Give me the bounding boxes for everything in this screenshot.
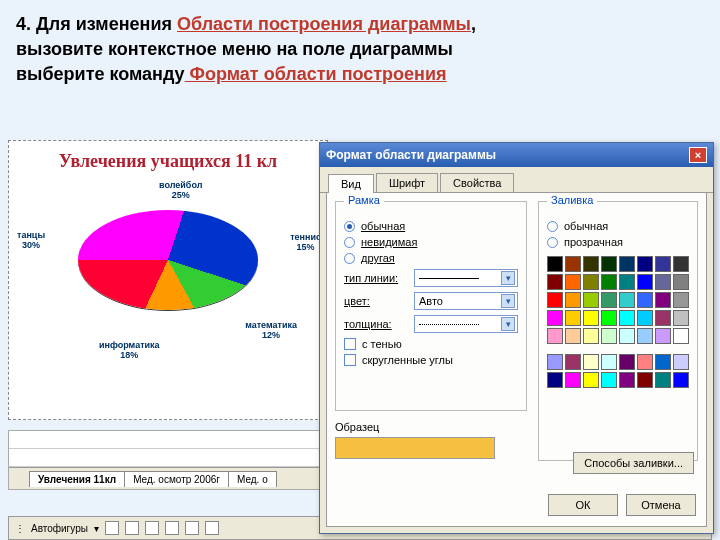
label-dance: танцы30% xyxy=(17,231,45,251)
color-palette-extra xyxy=(547,354,689,388)
color-swatch[interactable] xyxy=(601,372,617,388)
ok-button[interactable]: ОК xyxy=(548,494,618,516)
color-swatch[interactable] xyxy=(565,328,581,344)
arrow-icon[interactable] xyxy=(125,521,139,535)
label-math: математика12% xyxy=(245,321,297,341)
color-swatch[interactable] xyxy=(547,256,563,272)
color-swatch[interactable] xyxy=(655,292,671,308)
weight-select[interactable]: ▾ xyxy=(414,315,518,333)
label-volley: волейбол25% xyxy=(159,181,202,201)
tab-props[interactable]: Свойства xyxy=(440,173,514,192)
color-swatch[interactable] xyxy=(601,292,617,308)
color-swatch[interactable] xyxy=(673,256,689,272)
color-swatch[interactable] xyxy=(673,274,689,290)
wordart-icon[interactable] xyxy=(205,521,219,535)
color-swatch[interactable] xyxy=(619,274,635,290)
sheet-tab[interactable]: Мед. осмотр 2006г xyxy=(124,471,229,487)
sample-area: Образец xyxy=(335,421,495,459)
autoshapes-menu[interactable]: Автофигуры xyxy=(31,523,88,534)
color-swatch[interactable] xyxy=(547,274,563,290)
color-swatch[interactable] xyxy=(655,372,671,388)
chevron-down-icon: ▾ xyxy=(501,271,515,285)
color-swatch[interactable] xyxy=(637,292,653,308)
checkbox-shadow[interactable] xyxy=(344,338,356,350)
color-swatch[interactable] xyxy=(637,274,653,290)
dialog-titlebar[interactable]: Формат области диаграммы × xyxy=(320,143,713,167)
fill-group: Заливка обычная прозрачная xyxy=(538,201,698,461)
color-swatch[interactable] xyxy=(619,292,635,308)
draw-menu-icon[interactable]: ⋮ xyxy=(15,523,25,534)
color-palette xyxy=(547,256,689,344)
color-swatch[interactable] xyxy=(547,372,563,388)
color-select[interactable]: Авто▾ xyxy=(414,292,518,310)
color-swatch[interactable] xyxy=(673,372,689,388)
color-swatch[interactable] xyxy=(565,310,581,326)
instruction-text: 4. Для изменения Области построения диаг… xyxy=(0,0,720,96)
radio-frame-normal[interactable] xyxy=(344,221,355,232)
frame-group-title: Рамка xyxy=(344,194,384,206)
label-tennis: теннис15% xyxy=(290,233,321,253)
chart-plot-area[interactable]: Увлечения учащихся 11 кл танцы30% волейб… xyxy=(8,140,328,420)
color-swatch[interactable] xyxy=(583,372,599,388)
checkbox-rounded[interactable] xyxy=(344,354,356,366)
color-swatch[interactable] xyxy=(583,274,599,290)
color-swatch[interactable] xyxy=(619,354,635,370)
color-swatch[interactable] xyxy=(673,310,689,326)
fill-group-title: Заливка xyxy=(547,194,597,206)
color-swatch[interactable] xyxy=(655,274,671,290)
sheet-tab[interactable]: Мед. о xyxy=(228,471,277,487)
color-swatch[interactable] xyxy=(565,354,581,370)
color-swatch[interactable] xyxy=(583,292,599,308)
color-swatch[interactable] xyxy=(547,328,563,344)
color-swatch[interactable] xyxy=(673,328,689,344)
color-swatch[interactable] xyxy=(601,310,617,326)
frame-group: Рамка обычная невидимая другая тип линии… xyxy=(335,201,527,411)
radio-fill-normal[interactable] xyxy=(547,221,558,232)
color-swatch[interactable] xyxy=(583,256,599,272)
line-icon[interactable] xyxy=(105,521,119,535)
tab-view[interactable]: Вид xyxy=(328,174,374,193)
color-swatch[interactable] xyxy=(619,310,635,326)
oval-icon[interactable] xyxy=(165,521,179,535)
close-icon[interactable]: × xyxy=(689,147,707,163)
color-swatch[interactable] xyxy=(565,274,581,290)
radio-frame-invisible[interactable] xyxy=(344,237,355,248)
color-swatch[interactable] xyxy=(601,354,617,370)
tab-font[interactable]: Шрифт xyxy=(376,173,438,192)
color-swatch[interactable] xyxy=(601,328,617,344)
color-swatch[interactable] xyxy=(565,372,581,388)
color-swatch[interactable] xyxy=(655,310,671,326)
color-swatch[interactable] xyxy=(637,328,653,344)
color-swatch[interactable] xyxy=(583,310,599,326)
color-swatch[interactable] xyxy=(655,328,671,344)
color-swatch[interactable] xyxy=(673,354,689,370)
color-swatch[interactable] xyxy=(619,372,635,388)
textbox-icon[interactable] xyxy=(185,521,199,535)
color-swatch[interactable] xyxy=(637,372,653,388)
radio-fill-transparent[interactable] xyxy=(547,237,558,248)
color-swatch[interactable] xyxy=(565,292,581,308)
fill-methods-button[interactable]: Способы заливки... xyxy=(573,452,694,474)
color-swatch[interactable] xyxy=(619,328,635,344)
color-swatch[interactable] xyxy=(583,354,599,370)
color-swatch[interactable] xyxy=(547,354,563,370)
sheet-tab[interactable]: Увлечения 11кл xyxy=(29,471,125,487)
color-swatch[interactable] xyxy=(601,256,617,272)
color-swatch[interactable] xyxy=(637,256,653,272)
cancel-button[interactable]: Отмена xyxy=(626,494,696,516)
color-swatch[interactable] xyxy=(547,310,563,326)
color-swatch[interactable] xyxy=(637,310,653,326)
color-swatch[interactable] xyxy=(655,354,671,370)
color-swatch[interactable] xyxy=(583,328,599,344)
color-swatch[interactable] xyxy=(655,256,671,272)
color-swatch[interactable] xyxy=(673,292,689,308)
dialog-title: Формат области диаграммы xyxy=(326,148,496,162)
color-swatch[interactable] xyxy=(637,354,653,370)
linetype-select[interactable]: ▾ xyxy=(414,269,518,287)
rect-icon[interactable] xyxy=(145,521,159,535)
color-swatch[interactable] xyxy=(547,292,563,308)
color-swatch[interactable] xyxy=(565,256,581,272)
color-swatch[interactable] xyxy=(619,256,635,272)
radio-frame-other[interactable] xyxy=(344,253,355,264)
color-swatch[interactable] xyxy=(601,274,617,290)
